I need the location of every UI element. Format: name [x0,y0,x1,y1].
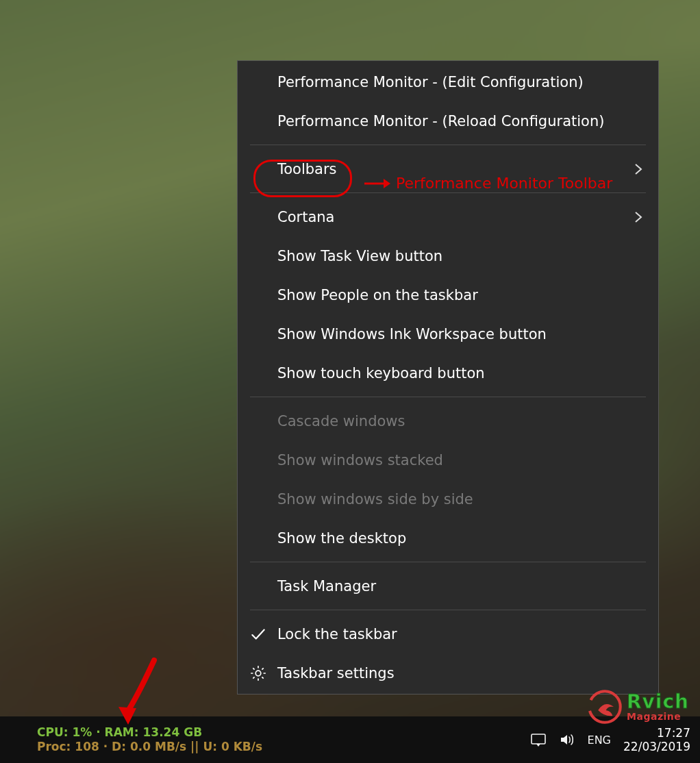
menu-item-task-manager[interactable]: Task Manager [238,566,658,605]
volume-icon[interactable] [559,731,575,748]
menu-item-show-windows-stacked: Show windows stacked [238,440,658,479]
menu-item-toolbars[interactable]: Toolbars [238,149,658,188]
menu-item-show-windows-side-by-side: Show windows side by side [238,479,658,518]
performance-monitor-readout[interactable]: CPU: 1% · RAM: 13.24 GB Proc: 108 · D: 0… [37,725,262,755]
menu-item-label: Show windows side by side [277,491,473,508]
menu-item-label: Show touch keyboard button [277,365,485,382]
menu-item-show-the-desktop[interactable]: Show the desktop [238,518,658,558]
menu-item-label: Show Task View button [277,248,442,264]
menu-item-cascade-windows: Cascade windows [238,401,658,440]
menu-separator [250,397,646,397]
gear-icon [249,664,268,683]
menu-separator [250,610,646,610]
perf-line-cpu-ram: CPU: 1% · RAM: 13.24 GB [37,725,262,740]
menu-item-label: Show Windows Ink Workspace button [277,326,547,342]
menu-item-label: Cortana [277,209,334,225]
menu-item-taskbar-settings[interactable]: Taskbar settings [238,653,658,692]
svg-rect-5 [532,734,545,744]
system-tray: ENG [530,731,618,748]
perf-line-proc-net: Proc: 108 · D: 0.0 MB/s || U: 0 KB/s [37,740,262,754]
menu-item-label: Show the desktop [277,530,406,547]
menu-item-show-task-view-button[interactable]: Show Task View button [238,236,658,275]
menu-item-show-touch-keyboard-button[interactable]: Show touch keyboard button [238,353,658,392]
menu-item-label: Lock the taskbar [277,626,397,642]
menu-separator [250,192,646,193]
menu-separator [250,562,646,562]
menu-item-label: Toolbars [277,161,337,177]
menu-item-label: Show windows stacked [277,452,443,468]
ime-language-icon[interactable]: ENG [588,731,611,748]
clock-time: 17:27 [657,726,690,740]
chevron-right-icon [632,211,645,223]
menu-item-performance-monitor-edit-configuration[interactable]: Performance Monitor - (Edit Configuratio… [238,62,658,101]
clock-date: 22/03/2019 [623,740,690,753]
menu-item-cortana[interactable]: Cortana [238,197,658,236]
menu-item-performance-monitor-reload-configuration[interactable]: Performance Monitor - (Reload Configurat… [238,101,658,140]
action-center-icon[interactable] [530,731,547,748]
menu-item-label: Taskbar settings [277,665,395,681]
taskbar-context-menu: Performance Monitor - (Edit Configuratio… [237,60,659,695]
taskbar[interactable]: CPU: 1% · RAM: 13.24 GB Proc: 108 · D: 0… [0,716,700,763]
menu-item-label: Task Manager [277,578,376,595]
chevron-right-icon [632,163,645,175]
menu-item-label: Cascade windows [277,413,405,429]
menu-item-label: Performance Monitor - (Edit Configuratio… [277,74,584,90]
check-icon [249,625,268,644]
taskbar-clock[interactable]: 17:27 22/03/2019 [618,726,690,754]
menu-item-lock-the-taskbar[interactable]: Lock the taskbar [238,614,658,653]
menu-item-show-windows-ink-workspace-button[interactable]: Show Windows Ink Workspace button [238,314,658,353]
menu-item-label: Show People on the taskbar [277,287,478,303]
menu-separator [250,145,646,145]
svg-point-0 [255,671,261,676]
menu-item-show-people-on-the-taskbar[interactable]: Show People on the taskbar [238,275,658,314]
menu-item-label: Performance Monitor - (Reload Configurat… [277,113,604,129]
